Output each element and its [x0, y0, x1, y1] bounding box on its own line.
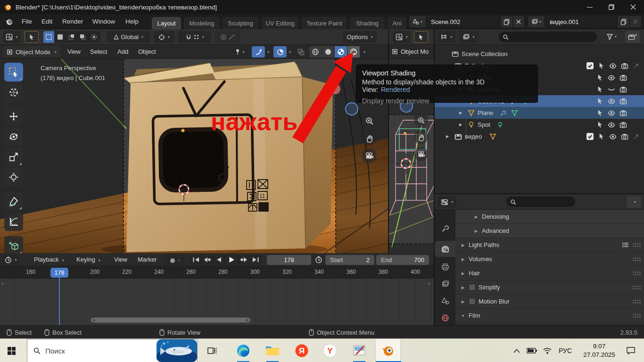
jump-to-end-button[interactable] [250, 255, 261, 265]
properties-tab-tool[interactable] [435, 220, 455, 236]
panel-advanced[interactable]: ▶Advanced [455, 224, 644, 238]
menu-help[interactable]: Help [121, 14, 143, 29]
panel-grip-icon[interactable] [633, 313, 641, 318]
menu-render[interactable]: Render [58, 14, 88, 29]
timeline-menu-keying[interactable]: Keying ▾ [72, 253, 105, 267]
disable-render-icon[interactable] [621, 62, 628, 70]
holdout-icon[interactable] [633, 133, 639, 140]
tab-uv-editing[interactable]: UV Editing [261, 17, 299, 29]
gizmos-dropdown[interactable]: ▾ [267, 50, 269, 54]
overlays-toggle[interactable] [273, 46, 287, 58]
timeline-tracks[interactable] [0, 279, 434, 325]
hide-viewport-icon[interactable] [609, 133, 617, 140]
viewport-canvas[interactable]: 11 [0, 59, 388, 253]
secondary-pan-gizmo[interactable] [414, 130, 428, 144]
selectable-icon[interactable] [596, 86, 603, 93]
properties-tab-view-layer[interactable] [435, 276, 455, 292]
select-mode-intersect[interactable] [89, 31, 100, 43]
selectable-icon[interactable] [598, 133, 605, 140]
use-preview-range-icon[interactable] [315, 256, 322, 263]
menu-file[interactable]: File [17, 14, 37, 29]
properties-options-dropdown[interactable]: ▾ [627, 196, 641, 208]
tray-language[interactable]: РУС [555, 339, 575, 362]
overlays-dropdown[interactable]: ▾ [289, 50, 291, 54]
view-layer-icon[interactable]: ▾ [528, 16, 545, 27]
selectable-icon[interactable] [596, 109, 603, 116]
hide-viewport-icon[interactable] [608, 121, 615, 129]
tool-rotate[interactable] [4, 127, 23, 146]
current-frame-field[interactable]: 178 [267, 255, 311, 265]
select-mode-extend[interactable] [66, 31, 77, 43]
panel-film[interactable]: ▼Film [455, 309, 644, 323]
disable-render-icon[interactable] [621, 133, 628, 140]
panel-motion-blur[interactable]: ▶Motion Blur [455, 295, 644, 309]
active-tool-button-secondary[interactable] [414, 31, 428, 43]
disable-render-icon[interactable] [619, 98, 627, 105]
scene-copy-button[interactable] [501, 16, 513, 27]
view-layer-copy-button[interactable] [618, 16, 630, 27]
shading-wireframe[interactable] [309, 46, 322, 58]
nav-gizmo-x-ball[interactable] [330, 84, 340, 94]
taskbar-search-box[interactable]: Поиск [27, 339, 198, 362]
hide-viewport-icon[interactable] [608, 98, 615, 105]
panel-light-paths[interactable]: ▶Light Paths [455, 238, 644, 252]
playhead[interactable] [59, 277, 60, 325]
panel-volumes[interactable]: ▶Volumes [455, 252, 644, 266]
taskbar-edge-icon[interactable] [230, 339, 256, 362]
active-tool-button[interactable] [25, 31, 39, 43]
play-reverse-button[interactable] [213, 255, 224, 265]
options-button[interactable]: Options▾ [343, 31, 377, 43]
secondary-camera-gizmo[interactable] [414, 147, 428, 161]
selectable-icon[interactable] [598, 62, 605, 69]
tool-3d-cursor[interactable] [4, 83, 23, 102]
tool-select-box[interactable] [4, 63, 23, 82]
frame-start-field[interactable]: Start2 [325, 255, 374, 265]
panel-denoising[interactable]: ▶Denoising [455, 210, 644, 224]
hide-viewport-icon[interactable] [608, 109, 615, 117]
main-3d-viewport[interactable]: Object Mode▾ View Select Add Object ▾ ▾ … [0, 45, 388, 253]
play-button[interactable] [224, 255, 239, 265]
task-view-button[interactable] [202, 339, 223, 362]
new-collection-button[interactable]: + [625, 31, 640, 43]
tool-transform[interactable] [4, 168, 23, 187]
scene-icon[interactable]: ▾ [409, 16, 426, 27]
disable-render-icon[interactable] [619, 86, 627, 93]
scene-unlink-button[interactable] [513, 16, 524, 27]
tab-modeling[interactable]: Modeling [184, 17, 220, 29]
hide-viewport-icon[interactable] [608, 74, 615, 82]
expander-icon[interactable]: ▶ [457, 111, 464, 115]
simplify-checkbox[interactable] [469, 284, 476, 291]
tool-measure[interactable] [4, 212, 23, 231]
zoom-gizmo-button[interactable] [362, 113, 377, 128]
viewport-menu-select[interactable]: Select [86, 45, 111, 59]
tool-add-cube[interactable] [4, 236, 23, 253]
holdout-icon[interactable] [633, 63, 639, 69]
expander-icon[interactable]: ▶ [457, 123, 464, 127]
start-button[interactable] [0, 339, 23, 362]
outliner-row-plane[interactable]: ▶ Plane [435, 107, 644, 119]
properties-tab-render[interactable] [435, 241, 455, 257]
pan-gizmo-button[interactable] [362, 131, 377, 146]
editor-type-button[interactable]: ▾ [3, 31, 21, 43]
outliner-editor-type-button[interactable]: ▾ [438, 31, 455, 43]
tray-chevron-icon[interactable] [510, 339, 523, 362]
tab-shading[interactable]: Shading [350, 17, 385, 29]
object-mode-dropdown[interactable]: Object Mode▾ [3, 46, 60, 58]
timeline-scrollbar[interactable] [91, 317, 251, 323]
properties-tab-world[interactable] [435, 310, 455, 326]
outliner-row-video-collection[interactable]: ▶ видео [435, 131, 644, 142]
panel-hair[interactable]: ▶Hair [455, 266, 644, 280]
hidden-viewport-icon[interactable] [608, 86, 615, 93]
properties-editor-type-button[interactable]: ▾ [438, 196, 456, 208]
auto-keying-button[interactable]: ▾ [165, 255, 185, 266]
panel-grip-icon[interactable] [633, 257, 641, 262]
select-mode-box[interactable] [55, 31, 66, 43]
panel-grip-icon[interactable] [633, 271, 641, 276]
minimize-button[interactable] [579, 0, 601, 14]
tool-annotate[interactable] [4, 192, 23, 211]
tab-sculpting[interactable]: Sculpting [223, 17, 258, 29]
properties-tab-output[interactable] [435, 259, 455, 275]
tool-scale[interactable] [4, 148, 23, 166]
tab-texture-paint[interactable]: Texture Paint [302, 17, 347, 29]
snap-button[interactable]: ▾ [154, 31, 174, 43]
